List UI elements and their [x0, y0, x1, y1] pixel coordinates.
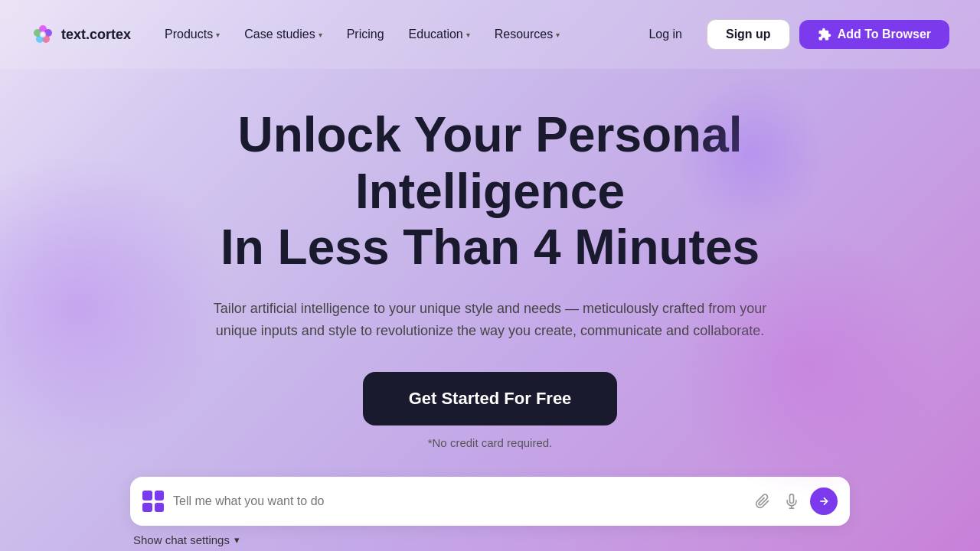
nav-products[interactable]: Products ▾ [155, 21, 229, 47]
logo-icon [31, 22, 55, 47]
no-credit-card-text: *No credit card required. [428, 436, 553, 449]
login-button[interactable]: Log in [633, 20, 697, 49]
grid-cell-4 [155, 503, 165, 513]
nav-resources[interactable]: Resources ▾ [485, 21, 569, 47]
education-chevron-icon: ▾ [466, 31, 470, 39]
chat-input[interactable] [173, 494, 743, 508]
microphone-button[interactable] [781, 491, 802, 512]
get-started-button[interactable]: Get Started For Free [363, 372, 618, 425]
hero-section: Unlock Your Personal Intelligence In Les… [0, 69, 980, 546]
chat-settings-chevron-icon: ▾ [234, 534, 240, 546]
resources-chevron-icon: ▾ [556, 31, 560, 39]
extension-icon [818, 28, 831, 41]
attachment-button[interactable] [752, 491, 773, 512]
nav-pricing-label: Pricing [347, 28, 384, 41]
nav-left: text.cortex Products ▾ Case studies ▾ Pr… [31, 21, 569, 47]
chat-settings-toggle[interactable]: Show chat settings ▾ [133, 533, 850, 546]
logo[interactable]: text.cortex [31, 22, 131, 47]
nav-pricing[interactable]: Pricing [338, 21, 394, 47]
nav-case-studies[interactable]: Case studies ▾ [235, 21, 332, 47]
attachment-icon [755, 494, 770, 509]
logo-text: text.cortex [61, 27, 131, 43]
send-button[interactable] [810, 487, 838, 515]
signup-button[interactable]: Sign up [707, 19, 790, 50]
nav-education[interactable]: Education ▾ [400, 21, 479, 47]
add-to-browser-button[interactable]: Add To Browser [799, 20, 949, 49]
chat-grid-icon [142, 491, 164, 512]
nav-education-label: Education [409, 28, 463, 41]
case-studies-chevron-icon: ▾ [318, 31, 322, 39]
grid-cell-1 [142, 491, 152, 500]
chat-container: Show chat settings ▾ [130, 477, 850, 546]
chat-actions [752, 487, 838, 515]
svg-point-5 [40, 31, 46, 37]
hero-title: Unlock Your Personal Intelligence In Les… [145, 107, 835, 276]
nav-right: Log in Sign up Add To Browser [633, 19, 949, 50]
chat-settings-label: Show chat settings [133, 533, 230, 546]
add-to-browser-label: Add To Browser [838, 28, 931, 41]
nav-resources-label: Resources [495, 28, 553, 41]
send-icon [818, 495, 830, 507]
navbar: text.cortex Products ▾ Case studies ▾ Pr… [0, 0, 980, 69]
nav-case-studies-label: Case studies [244, 28, 315, 41]
grid-cell-2 [155, 491, 165, 500]
hero-subtitle: Tailor artificial intelligence to your u… [199, 298, 781, 342]
hero-title-line2: In Less Than 4 Minutes [220, 220, 760, 275]
hero-title-line1: Unlock Your Personal Intelligence [237, 107, 742, 219]
nav-links: Products ▾ Case studies ▾ Pricing Educat… [155, 21, 569, 47]
microphone-icon [784, 494, 799, 509]
chat-box [130, 477, 850, 526]
grid-cell-3 [142, 503, 152, 513]
products-chevron-icon: ▾ [216, 31, 220, 39]
nav-products-label: Products [165, 28, 213, 41]
